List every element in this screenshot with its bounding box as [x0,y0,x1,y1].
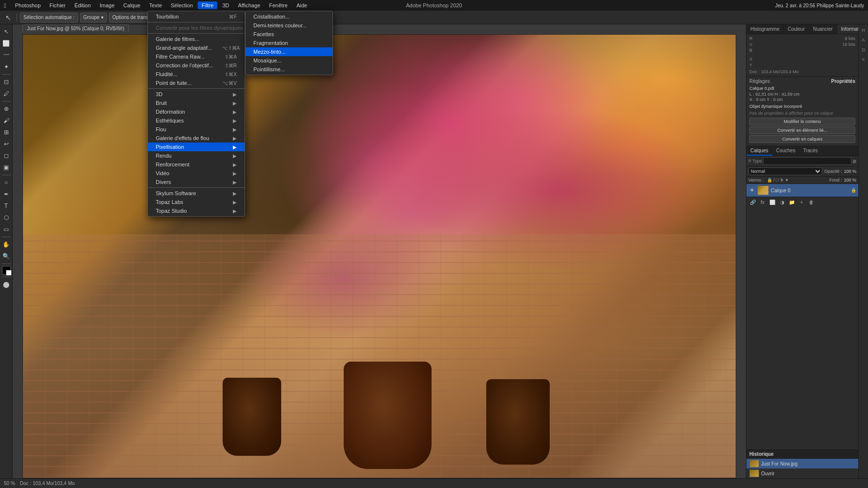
tool-path-select[interactable]: ⬡ [1,212,12,223]
menu-topaz-studio[interactable]: Topaz Studio ▶ [148,206,245,215]
tab-couches[interactable]: Couches [772,146,799,156]
menu-calque[interactable]: Calque [120,1,145,9]
submenu-mosaique[interactable]: Mosaïque... [246,56,332,65]
menu-skylum[interactable]: Skylum Software ▶ [148,189,245,198]
layer-delete-btn[interactable]: 🗑 [807,198,816,206]
menu-3d[interactable]: 3D ▶ [148,90,245,99]
tool-mask[interactable]: ⬤ [1,279,12,290]
tool-gradient[interactable]: ▣ [1,162,12,173]
tool-dodge[interactable]: ○ [1,177,12,188]
historique-title[interactable]: Historique [746,450,858,459]
submenu-fragmentation[interactable]: Fragmentation [246,39,332,47]
move-tool-icon[interactable]: ↖ [3,12,14,23]
layer-link-btn[interactable]: 🔗 [748,198,757,206]
btn-convertir-element[interactable]: Convertir en élément lié... [749,126,855,134]
menu-fluidite[interactable]: Fluidité... ⇧⌘X [148,70,245,79]
menu-divers[interactable]: Divers ▶ [148,178,245,186]
menu-topaz-labs[interactable]: Topaz Labs ▶ [148,198,245,206]
menu-aide[interactable]: Aide [292,1,311,9]
menu-deformation[interactable]: Déformation ▶ [148,107,245,116]
tool-crop[interactable]: ⊡ [1,77,12,87]
hist-thumb-2 [749,469,759,477]
btn-modifier[interactable]: Modifier le contenu [749,118,855,125]
layer-adjustment-btn[interactable]: ◑ [778,198,786,206]
tool-history[interactable]: ↩ [1,139,12,149]
menu-filtre[interactable]: Filtre [198,1,217,9]
panel-icon-align[interactable]: ≡ [860,56,868,63]
menu-esthetiques[interactable]: Esthétiques ▶ [148,116,245,125]
tool-shape[interactable]: ▭ [1,224,12,235]
layer-visibility-eye[interactable]: 👁 [748,187,755,194]
layer-mask-btn[interactable]: ⬜ [768,198,777,206]
menu-galerie-flou[interactable]: Galerie d'effets de flou ▶ [148,134,245,142]
tool-eraser[interactable]: ◻ [1,150,12,161]
tool-wand[interactable]: ✦ [1,61,12,72]
tab-couleur[interactable]: Couleur [784,24,809,34]
layers-search-input[interactable] [763,157,851,165]
panel-icon-type[interactable]: A [860,36,868,44]
tool-select-rect[interactable]: ⬜ [1,38,12,49]
menu-3d[interactable]: 3D [218,1,233,9]
tool-text[interactable]: T [1,201,12,211]
submenu-cristallisation[interactable]: Cristallisation... [246,12,332,21]
layer-group-btn[interactable]: 📁 [787,198,796,206]
menu-grand-angle[interactable]: Grand-angle adaptatif... ⌥⇧⌘A [148,43,245,52]
layers-filter-icon[interactable]: ⊘ [852,159,856,164]
tool-brush[interactable]: 🖌 [1,115,12,126]
menu-camera-raw[interactable]: Filtre Camera Raw... ⇧⌘A [148,52,245,61]
menu-galerie[interactable]: Galerie de filtres... [148,35,245,43]
historique-item-1[interactable]: Just For Now.jpg [746,459,858,468]
pot-left [223,378,281,456]
menu-tourbillon[interactable]: Tourbillon ⌘F [148,12,245,21]
tool-lasso[interactable]: 〰 [1,50,12,61]
photo-canvas[interactable] [22,34,736,478]
tool-heal[interactable]: ⊕ [1,103,12,114]
submenu-pointillisme[interactable]: Pointillisme... [246,65,332,74]
menu-affichage[interactable]: Affichage [234,1,265,9]
layer-fx-btn[interactable]: fx [758,198,767,206]
tool-pen[interactable]: ✒ [1,189,12,200]
menu-convertir[interactable]: Convertir pour les filtres dynamiques [148,23,245,32]
submenu-facettes[interactable]: Facettes [246,30,332,39]
groupe-dropdown[interactable]: Groupe ▾ [80,13,107,22]
menu-selection[interactable]: Sélection [167,1,197,9]
foreground-color[interactable] [2,266,11,275]
tab-nuancier[interactable]: Nuancier [809,24,837,34]
tool-hand[interactable]: ✋ [1,239,12,250]
menu-fenetre[interactable]: Fenêtre [265,1,291,9]
layer-add-btn[interactable]: + [797,198,806,206]
menu-edition[interactable]: Édition [70,1,95,9]
main-area: ↖ ⬜ 〰 ✦ ⊡ 🖊 ⊕ 🖌 ⊞ ↩ ◻ ▣ ○ ✒ T ⬡ ▭ ✋ 🔍 ⬤ … [0,24,868,488]
menu-fichier[interactable]: Fichier [45,1,69,9]
proprietes-label[interactable]: Propriétés [831,79,855,84]
menu-correction[interactable]: Correction de l'objectif... ⇧⌘R [148,61,245,70]
menu-renforcement[interactable]: Renforcement ▶ [148,160,245,169]
selection-auto-btn[interactable]: Sélection automatique : [20,13,78,22]
tool-move[interactable]: ↖ [1,26,12,37]
menu-rendu[interactable]: Rendu ▶ [148,151,245,160]
layer-item-calque0[interactable]: 👁 Calque 0 🔒 [746,184,858,197]
menu-point-fuite[interactable]: Point de fuite... ⌥⌘V [148,79,245,87]
menu-video[interactable]: Vidéo ▶ [148,169,245,178]
menu-photoshop[interactable]: Photoshop [11,1,45,9]
blend-mode-select[interactable]: Normal [748,167,822,175]
historique-item-2[interactable]: Ouvrir [746,468,858,478]
menu-bruit[interactable]: Bruit ▶ [148,99,245,107]
tool-clone[interactable]: ⊞ [1,127,12,138]
tab-calques[interactable]: Calques [746,146,772,156]
tool-eyedropper[interactable]: 🖊 [1,88,12,99]
menu-pixellisation[interactable]: Pixellisation ▶ [148,142,245,151]
menu-image[interactable]: Image [96,1,119,9]
panel-icon-char[interactable]: Ω [860,46,868,54]
tab-traces[interactable]: Tracés [799,146,822,156]
apple-logo[interactable]:  [4,2,6,9]
submenu-mezzo-tinto[interactable]: Mezzo-tinto... [246,47,332,56]
tab-histogramme[interactable]: Histogramme [746,24,784,34]
menu-texte[interactable]: Texte [145,1,165,9]
reglages-label[interactable]: Réglages [749,79,770,84]
btn-convertir-calques[interactable]: Convertir en calques [749,135,855,143]
tool-zoom[interactable]: 🔍 [1,251,12,262]
menu-flou[interactable]: Flou ▶ [148,125,245,134]
panel-icon-histogram[interactable]: H [860,26,868,34]
submenu-demi-teintes[interactable]: Demi-teintes couleur... [246,21,332,30]
